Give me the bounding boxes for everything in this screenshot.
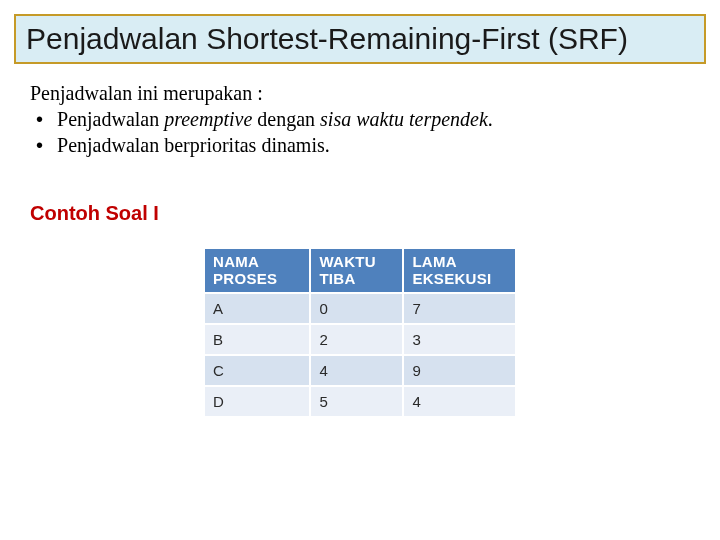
table-row: B 2 3 bbox=[205, 324, 515, 355]
cell-tiba: 0 bbox=[310, 293, 403, 324]
cell-lama: 7 bbox=[403, 293, 515, 324]
col-nama-proses: NAMAPROSES bbox=[205, 249, 310, 293]
intro-list: Penjadwalan preemptive dengan sisa waktu… bbox=[30, 106, 690, 158]
title-bar: Penjadwalan Shortest-Remaining-First (SR… bbox=[14, 14, 706, 64]
intro-lead: Penjadwalan ini merupakan : bbox=[30, 80, 690, 106]
bullet-text: dengan bbox=[252, 108, 320, 130]
bullet-text: . bbox=[488, 108, 493, 130]
cell-tiba: 4 bbox=[310, 355, 403, 386]
cell-lama: 3 bbox=[403, 324, 515, 355]
cell-nama: D bbox=[205, 386, 310, 416]
table-header-row: NAMAPROSES WAKTUTIBA LAMAEKSEKUSI bbox=[205, 249, 515, 293]
col-waktu-tiba: WAKTUTIBA bbox=[310, 249, 403, 293]
col-lama-eksekusi: LAMAEKSEKUSI bbox=[403, 249, 515, 293]
example-heading: Contoh Soal I bbox=[30, 202, 720, 225]
cell-lama: 9 bbox=[403, 355, 515, 386]
bullet-italic: preemptive bbox=[164, 108, 252, 130]
page-title: Penjadwalan Shortest-Remaining-First (SR… bbox=[26, 22, 694, 56]
cell-lama: 4 bbox=[403, 386, 515, 416]
bullet-italic: sisa waktu terpendek bbox=[320, 108, 488, 130]
table-row: D 5 4 bbox=[205, 386, 515, 416]
cell-nama: A bbox=[205, 293, 310, 324]
table-row: A 0 7 bbox=[205, 293, 515, 324]
process-table: NAMAPROSES WAKTUTIBA LAMAEKSEKUSI A 0 7 … bbox=[205, 249, 515, 416]
intro-block: Penjadwalan ini merupakan : Penjadwalan … bbox=[30, 80, 690, 158]
cell-nama: C bbox=[205, 355, 310, 386]
cell-nama: B bbox=[205, 324, 310, 355]
table-row: C 4 9 bbox=[205, 355, 515, 386]
list-item: Penjadwalan berprioritas dinamis. bbox=[36, 132, 690, 158]
bullet-text: Penjadwalan bbox=[57, 108, 164, 130]
list-item: Penjadwalan preemptive dengan sisa waktu… bbox=[36, 106, 690, 132]
cell-tiba: 2 bbox=[310, 324, 403, 355]
cell-tiba: 5 bbox=[310, 386, 403, 416]
bullet-text: Penjadwalan berprioritas dinamis. bbox=[57, 134, 330, 156]
process-table-wrap: NAMAPROSES WAKTUTIBA LAMAEKSEKUSI A 0 7 … bbox=[205, 249, 515, 416]
